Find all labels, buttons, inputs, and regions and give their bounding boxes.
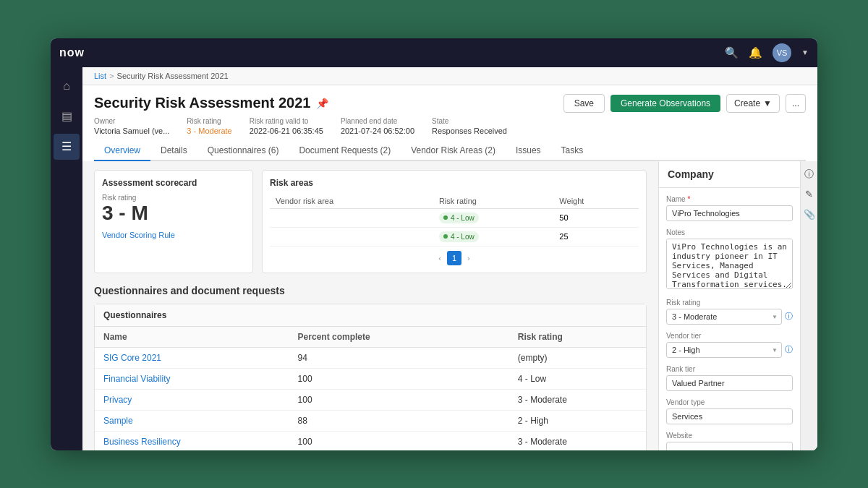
risk-areas-title: Risk areas [270, 178, 639, 188]
questionnaires-subtitle: Questionnaires [95, 304, 646, 327]
col-risk-rating: Risk rating [433, 194, 553, 209]
top-panels: Assessment scorecard Risk rating 3 - M V… [94, 170, 647, 273]
breadcrumb-list-link[interactable]: List [94, 72, 106, 80]
questionnaires-table-section: Questionnaires Name Percent complete Ris… [94, 304, 647, 450]
top-nav: now 🔍 🔔 VS ▼ [51, 38, 817, 67]
field-vendor-tier: Vendor tier 2 - High ⓘ [666, 332, 793, 358]
questionnaire-row: Financial Viability 100 4 - Low [95, 368, 646, 389]
meta-row: Owner Victoria Samuel (ve... Risk rating… [94, 117, 806, 135]
save-button[interactable]: Save [563, 94, 605, 113]
scoring-rule-link[interactable]: Vendor Scoring Rule [102, 231, 175, 239]
field-rank-tier: Rank tier [666, 365, 793, 391]
risk-row: 4 - Low 50 [270, 208, 639, 227]
tabs: Overview Details Questionnaires (6) Docu… [94, 141, 806, 161]
scorecard-rating-value: 3 - M [102, 202, 245, 225]
panel-edit-icon[interactable]: ✎ [802, 187, 817, 202]
page-title: Security Risk Assessment 2021 📌 [94, 95, 328, 111]
col-vendor-risk-area: Vendor risk area [270, 194, 433, 209]
field-risk-rating: Risk rating 3 - Moderate ⓘ [666, 299, 793, 325]
meta-risk-rating: Risk rating 3 - Moderate [187, 117, 231, 135]
questionnaire-link[interactable]: SIG Core 2021 [103, 353, 161, 363]
tab-questionnaires[interactable]: Questionnaires (6) [197, 141, 289, 161]
scorecard-title: Assessment scorecard [102, 178, 245, 188]
q-col-extra [474, 327, 509, 348]
vendor-tier-select[interactable]: 2 - High [666, 342, 782, 358]
page-title-row: Security Risk Assessment 2021 📌 Save Gen… [94, 94, 806, 113]
meta-owner: Owner Victoria Samuel (ve... [94, 117, 169, 135]
risk-dot-low2 [443, 234, 448, 239]
field-company-name: Name * [666, 195, 793, 221]
avatar[interactable]: VS [773, 43, 791, 62]
app-logo: now [59, 46, 85, 59]
breadcrumb-current: Security Risk Assessment 2021 [117, 72, 229, 80]
questionnaires-section: Questionnaires and document requests Que… [94, 285, 647, 450]
q-col-name: Name [95, 327, 289, 348]
body-split: Assessment scorecard Risk rating 3 - M V… [82, 161, 817, 450]
questionnaire-link[interactable]: Privacy [103, 395, 132, 405]
questionnaire-row: SIG Core 2021 94 (empty) [95, 347, 646, 368]
nav-right: 🔍 🔔 VS ▼ [725, 43, 809, 62]
meta-state: State Responses Received [432, 117, 507, 135]
content-area: List > Security Risk Assessment 2021 Sec… [82, 67, 817, 450]
breadcrumb-sep1: > [109, 72, 114, 80]
next-page-button[interactable]: › [464, 252, 473, 264]
sidebar-item-list[interactable]: ☰ [54, 134, 80, 160]
current-page[interactable]: 1 [447, 251, 461, 265]
tab-tasks[interactable]: Tasks [551, 141, 594, 161]
assessment-scorecard: Assessment scorecard Risk rating 3 - M V… [94, 170, 253, 273]
q-col-percent: Percent complete [289, 327, 474, 348]
header-actions: Save Generate Observations Create ▼ ... [563, 94, 806, 113]
breadcrumb: List > Security Risk Assessment 2021 [82, 67, 817, 85]
website-input[interactable] [666, 442, 793, 450]
col-weight: Weight [553, 194, 639, 209]
risk-rating-select[interactable]: 3 - Moderate [666, 309, 782, 325]
questionnaire-link[interactable]: Sample [103, 416, 133, 426]
risk-pagination: ‹ 1 › [270, 251, 639, 265]
notification-icon[interactable]: 🔔 [749, 46, 762, 59]
avatar-chevron[interactable]: ▼ [801, 48, 809, 56]
vendor-type-input[interactable] [666, 408, 793, 424]
company-panel-content: Name * Notes ViPro Technologies is an in… [659, 188, 800, 450]
company-panel-title: Company [668, 168, 714, 180]
company-panel-header: Company [659, 161, 800, 188]
questionnaire-link[interactable]: Financial Viability [103, 374, 171, 384]
sidebar: ⌂ ▤ ☰ [51, 67, 82, 450]
panel-attach-icon[interactable]: 📎 [802, 207, 817, 222]
questionnaire-link[interactable]: Business Resiliency [103, 437, 181, 447]
more-actions-button[interactable]: ... [786, 94, 806, 113]
section-title: Questionnaires and document requests [94, 285, 647, 296]
rank-tier-input[interactable] [666, 375, 793, 391]
questionnaire-row: Business Resiliency 100 3 - Moderate [95, 431, 646, 450]
notes-textarea[interactable]: ViPro Technologies is an industry pionee… [666, 239, 793, 289]
create-chevron-icon: ▼ [763, 98, 772, 108]
meta-planned-date: Planned end date 2021-07-24 06:52:00 [341, 117, 414, 135]
risk-areas-panel: Risk areas Vendor risk area Risk rating … [262, 170, 647, 273]
field-website: Website [666, 432, 793, 450]
prev-page-button[interactable]: ‹ [435, 252, 444, 264]
questionnaire-row: Sample 88 2 - High [95, 410, 646, 431]
sidebar-item-home[interactable]: ⌂ [54, 73, 80, 99]
generate-observations-button[interactable]: Generate Observations [610, 95, 720, 112]
right-panel-icons: ⓘ ✎ 📎 [800, 161, 817, 450]
risk-row: 4 - Low 25 [270, 227, 639, 246]
tab-document-requests[interactable]: Document Requests (2) [289, 141, 401, 161]
tab-vendor-risk-areas[interactable]: Vendor Risk Areas (2) [401, 141, 506, 161]
q-col-risk: Risk rating [509, 327, 646, 348]
sidebar-item-dashboard[interactable]: ▤ [54, 103, 80, 129]
tab-issues[interactable]: Issues [506, 141, 551, 161]
questionnaires-table: Name Percent complete Risk rating SIG Co… [95, 327, 646, 450]
company-name-input[interactable] [666, 205, 793, 221]
create-button[interactable]: Create ▼ [726, 94, 780, 113]
field-vendor-type: Vendor type [666, 398, 793, 424]
tab-overview[interactable]: Overview [94, 141, 150, 161]
vendor-tier-info-icon[interactable]: ⓘ [785, 344, 793, 355]
questionnaire-row: Privacy 100 3 - Moderate [95, 389, 646, 410]
company-right-panel: Company Name * [658, 161, 817, 450]
panel-info-icon[interactable]: ⓘ [802, 167, 817, 181]
pin-icon[interactable]: 📌 [316, 98, 328, 109]
field-notes: Notes ViPro Technologies is an industry … [666, 228, 793, 291]
search-icon[interactable]: 🔍 [725, 46, 739, 59]
tab-details[interactable]: Details [150, 141, 197, 161]
risk-rating-info-icon[interactable]: ⓘ [785, 311, 793, 322]
meta-valid-to: Risk rating valid to 2022-06-21 06:35:45 [250, 117, 323, 135]
